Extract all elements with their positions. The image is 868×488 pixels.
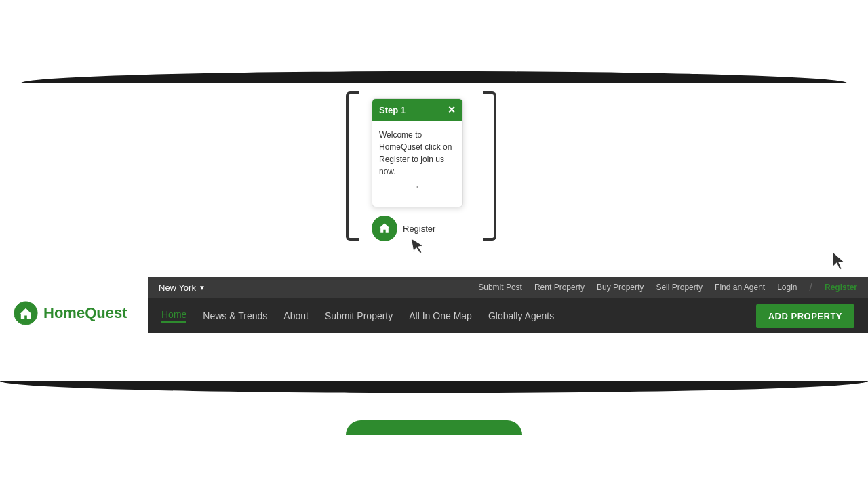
logo-part2: Quest <box>85 304 127 321</box>
nav-all-in-one-map-link[interactable]: All In One Map <box>409 310 472 321</box>
find-agent-link[interactable]: Find an Agent <box>715 283 765 292</box>
tooltip-card: Step 1 ✕ Welcome to HomeQuset click on R… <box>372 98 463 207</box>
top-nav-bar: New York ▼ Submit Post Rent Property Buy… <box>148 277 868 298</box>
nav-news-trends-link[interactable]: News & Trends <box>203 310 267 321</box>
sell-property-link[interactable]: Sell Property <box>656 283 703 292</box>
nav-about-link[interactable]: About <box>283 310 309 321</box>
logo-part1: Home <box>43 304 85 321</box>
bottom-curved-bar <box>0 381 868 393</box>
logo-icon <box>14 301 38 325</box>
nav-globally-agents-link[interactable]: Globally Agents <box>488 310 554 321</box>
top-nav-links: Submit Post Rent Property Buy Property S… <box>478 281 857 293</box>
add-property-button[interactable]: ADD PROPERTY <box>756 304 854 328</box>
location-chevron: ▼ <box>199 284 205 291</box>
tooltip-body: Welcome to HomeQuset click on Register t… <box>372 121 462 207</box>
tooltip-text: Welcome to HomeQuset click on Register t… <box>379 130 452 176</box>
location-selector[interactable]: New York ▼ <box>159 283 205 293</box>
register-label: Register <box>403 224 435 234</box>
green-decorative-bar <box>346 420 522 435</box>
phone-bracket-left <box>346 92 359 241</box>
tooltip-dot: · <box>379 178 456 199</box>
buy-property-link[interactable]: Buy Property <box>597 283 644 292</box>
register-link[interactable]: Register <box>825 283 857 292</box>
nav-divider: / <box>810 281 812 293</box>
nav-home-link[interactable]: Home <box>161 309 186 323</box>
logo-area: HomeQuest <box>14 301 127 325</box>
main-nav-bar: Home News & Trends About Submit Property… <box>148 298 868 333</box>
cursor-pointer-topright-icon <box>830 251 849 277</box>
home-icon <box>378 222 391 235</box>
location-city: New York <box>159 283 196 293</box>
main-nav-links: Home News & Trends About Submit Property… <box>161 309 756 323</box>
phone-bracket-right <box>483 92 496 241</box>
nav-submit-property-link[interactable]: Submit Property <box>325 310 393 321</box>
login-link[interactable]: Login <box>777 283 797 292</box>
register-icon-button[interactable] <box>372 216 397 241</box>
logo-text: HomeQuest <box>43 304 127 322</box>
top-curved-bar <box>20 71 848 83</box>
close-icon[interactable]: ✕ <box>448 104 456 115</box>
submit-post-link[interactable]: Submit Post <box>478 283 522 292</box>
tooltip-header: Step 1 ✕ <box>372 99 462 121</box>
rent-property-link[interactable]: Rent Property <box>534 283 585 292</box>
step-label: Step 1 <box>379 105 406 115</box>
